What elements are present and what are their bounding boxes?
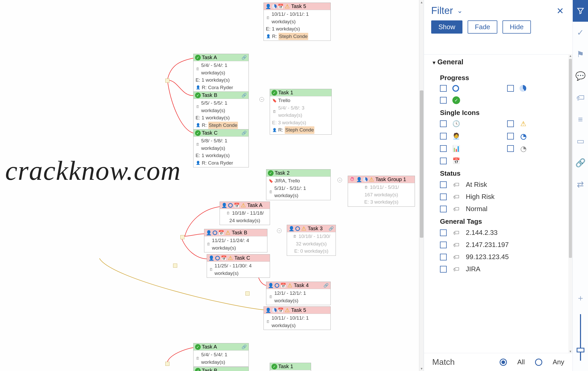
link-icon (241, 55, 247, 60)
resource1-icon (452, 132, 460, 140)
node-taskC[interactable]: Task C 5/8/ - 5/8/: 1 workday(s) E: 1 wo… (193, 129, 249, 167)
check-icon (195, 55, 201, 60)
check-tool-icon[interactable]: ✓ (573, 22, 588, 43)
progress-clock-icon (520, 132, 527, 140)
tag-icon (452, 241, 460, 249)
scroll-down-icon[interactable] (419, 366, 424, 371)
progress-icon (272, 4, 277, 9)
filter-panel: Filter ⌄ ✕ Show Fade Hide General Progre… (424, 0, 572, 371)
scroll-thumb[interactable] (569, 59, 572, 258)
node-task2[interactable]: Task 2 JIRA, Trello 5/31/ - 5/31/: 1 wor… (266, 169, 331, 200)
collapse-toggle[interactable] (277, 228, 282, 233)
watermark-text: crackknow.com (5, 155, 181, 187)
person-icon (266, 34, 270, 39)
node-taskA2[interactable]: Task A 10/18/ - 11/18/ 24 workday(s) (220, 202, 270, 225)
resource-icon (265, 4, 271, 9)
section-general[interactable]: General (433, 55, 564, 69)
sub-status: Status (433, 165, 564, 181)
slider-knob[interactable] (577, 348, 584, 352)
scroll-up-icon[interactable] (419, 0, 424, 5)
status-list: At Risk High Risk Normal (433, 181, 564, 213)
node-task5-top[interactable]: Task 5 10/11/ - 10/11/: 1 workday(s) E: … (264, 3, 331, 41)
flag-tool-icon[interactable]: ⚑ (573, 43, 588, 65)
node-taskA[interactable]: Task A 5/4/ - 5/4/: 1 workday(s) E: 1 wo… (193, 54, 249, 92)
chevron-down-icon: ⌄ (457, 7, 463, 15)
warning-icon (284, 4, 290, 9)
tag-icon (452, 193, 460, 201)
canvas-scrollbar[interactable] (419, 0, 424, 371)
fade-button[interactable]: Fade (468, 20, 497, 34)
close-icon[interactable]: ✕ (556, 6, 564, 16)
node-taskA3[interactable]: Task A 5/4/ - 5/4/: 1 workday(s) (193, 343, 249, 367)
calendar-icon (452, 157, 460, 165)
date-icon (266, 16, 270, 20)
filter-title[interactable]: Filter ⌄ (431, 5, 463, 16)
note-tool-icon[interactable]: ▭ (573, 130, 588, 152)
node-label: Task 5 (291, 3, 306, 9)
broken-clock-icon (520, 145, 527, 152)
radio-any[interactable] (535, 359, 542, 366)
disclosure-icon (433, 58, 435, 66)
node-body: 10/11/ - 10/11/: 1 workday(s) E: 1 workd… (264, 10, 330, 41)
edge-handle[interactable] (165, 362, 169, 366)
checkbox[interactable] (507, 85, 514, 92)
link-tool-icon[interactable]: 🔗 (573, 152, 588, 174)
node-taskB3[interactable]: Task B (193, 367, 249, 371)
node-taskB[interactable]: Task B 5/5/ - 5/5/: 1 workday(s) E: 1 wo… (193, 91, 249, 130)
sub-single-icons: Single Icons (433, 104, 564, 120)
checkbox[interactable] (440, 97, 447, 104)
tag-icon (452, 253, 460, 261)
singleicons-grid (433, 120, 564, 165)
radio-all[interactable] (500, 359, 507, 366)
tag-tool-icon[interactable]: 🏷 (573, 87, 588, 109)
node-task4[interactable]: Task 4 12/1/ - 12/1/: 1 workday(s) (266, 282, 331, 305)
match-title: Match (432, 357, 455, 367)
warning-icon (520, 120, 527, 128)
mindmap-canvas[interactable]: Task 5 10/11/ - 10/11/: 1 workday(s) E: … (0, 0, 424, 371)
node-task1[interactable]: Task 1 Trello 5/4/ - 5/8/: 3 workday(s) … (270, 89, 332, 135)
show-button[interactable]: Show (431, 20, 462, 34)
collapse-toggle[interactable] (259, 97, 264, 102)
filter-body: General Progress Single Icons Status At … (424, 54, 572, 353)
node-taskB2[interactable]: Task B 11/21/ - 11/24/: 4 workday(s) (204, 229, 267, 252)
checkbox[interactable] (440, 85, 447, 92)
sub-progress: Progress (433, 69, 564, 85)
tag-icon (272, 98, 277, 103)
slider-track (580, 314, 581, 361)
node-title: Task 5 (264, 3, 330, 10)
edge-handle[interactable] (180, 235, 184, 239)
node-taskgroup1[interactable]: Task Group 1 10/11/ - 5/31/ 167 workday(… (348, 176, 415, 207)
progress-partial-icon (520, 85, 526, 92)
node-task5b[interactable]: Task 5 10/11/ - 10/11/: 1 workday(s) (264, 306, 331, 330)
list-tool-icon[interactable]: ≡ (573, 109, 588, 130)
tags-list: 2.144.2.33 2.147.231.197 99.123.123.45 J… (433, 229, 564, 273)
progress-done-icon (452, 96, 460, 104)
tag-icon (452, 205, 460, 213)
tag-icon (452, 265, 460, 273)
progress-grid (433, 85, 564, 104)
calendar-icon (278, 4, 283, 9)
tag-icon (452, 229, 460, 237)
scroll-up-icon[interactable] (568, 54, 572, 58)
match-bar: Match All Any (424, 353, 572, 371)
node-task3[interactable]: Task 3 10/18/ - 11/30/ 32 workday(s) E: … (287, 225, 336, 256)
node-task1b[interactable]: Task 1 Trello (270, 363, 311, 371)
zoom-slider[interactable] (573, 309, 588, 371)
scroll-thumb[interactable] (420, 90, 423, 238)
right-toolrail: ✓ ⚑ 💬 🏷 ≡ ▭ 🔗 ⇄ ＋ (572, 0, 588, 371)
edge-handle[interactable] (173, 264, 177, 268)
chat-tool-icon[interactable]: 💬 (573, 65, 588, 87)
filter-tool-icon[interactable] (573, 0, 588, 22)
collapse-toggle[interactable] (337, 178, 342, 182)
clock-icon (452, 120, 460, 128)
resource2-icon (452, 145, 460, 152)
filter-scrollbar[interactable] (568, 54, 572, 354)
hide-button[interactable]: Hide (502, 20, 531, 34)
filter-mode-buttons: Show Fade Hide (424, 20, 572, 40)
relation-tool-icon[interactable]: ⇄ (573, 174, 588, 195)
add-button[interactable]: ＋ (573, 287, 588, 309)
tag-icon (452, 181, 460, 189)
edge-handle[interactable] (165, 79, 169, 83)
edge-handle[interactable] (245, 291, 250, 296)
node-taskC2[interactable]: Task C 11/25/ - 11/30/: 4 workday(s) (207, 254, 270, 278)
